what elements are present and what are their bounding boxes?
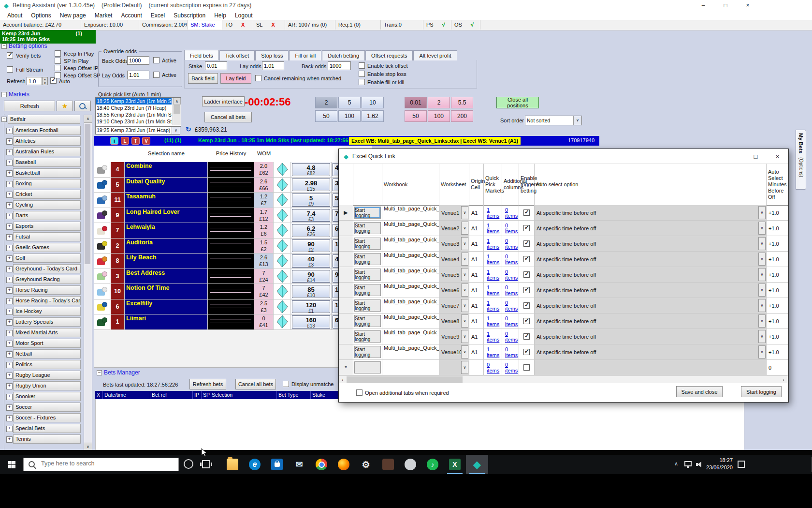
- start-logging-row-button[interactable]: Start logging: [354, 253, 381, 265]
- expand-icon[interactable]: [6, 341, 13, 347]
- sidebar-market-label[interactable]: Golf: [13, 254, 81, 263]
- bet-mode-tab[interactable]: Alt level profit: [413, 50, 457, 60]
- chevron-down-icon[interactable]: ∨: [461, 330, 468, 343]
- workbook-cell[interactable]: Multi_tab_page_Quick_Links.xlsx: [382, 283, 439, 298]
- selection-name[interactable]: Lily Beach: [125, 254, 208, 269]
- minutes-before-cell[interactable]: +1.0: [767, 221, 788, 236]
- chevron-down-icon[interactable]: ∨: [758, 268, 766, 281]
- selection-name[interactable]: Best Address: [125, 269, 208, 284]
- field-back-odds-input[interactable]: [328, 61, 351, 70]
- start-logging-row-button[interactable]: Start logging: [354, 269, 381, 281]
- sidebar-market-item[interactable]: Basketball: [0, 168, 83, 179]
- sidebar-market-item[interactable]: American Football: [0, 126, 83, 136]
- verify-bets-checkbox[interactable]: [7, 52, 13, 59]
- origin-cell[interactable]: A1: [469, 314, 484, 329]
- sidebar-market-label[interactable]: Soccer: [13, 403, 81, 412]
- lay-stake-button[interactable]: 50: [405, 110, 427, 122]
- sidebar-market-item[interactable]: Golf: [0, 254, 83, 264]
- expand-icon[interactable]: [6, 277, 13, 283]
- expand-icon[interactable]: [6, 309, 13, 315]
- chevron-down-icon[interactable]: ∨: [461, 299, 468, 312]
- quick-pick-markets-link[interactable]: 1 items: [484, 331, 502, 343]
- excel-icon[interactable]: X: [444, 455, 466, 474]
- menu-item[interactable]: Subscription: [169, 12, 210, 19]
- start-logging-row-button[interactable]: Start logging: [354, 284, 381, 296]
- expand-icon[interactable]: [6, 287, 13, 294]
- expand-icon[interactable]: [6, 170, 13, 177]
- quick-pick-scrollbar[interactable]: ∧: [173, 98, 181, 125]
- chevron-down-icon[interactable]: ∨: [758, 284, 766, 297]
- triggered-betting-checkbox[interactable]: [523, 225, 530, 231]
- triggered-betting-checkbox[interactable]: [523, 364, 530, 371]
- sidebar-market-item[interactable]: Special Bets: [0, 424, 83, 434]
- bets-column-header[interactable]: IP: [193, 391, 202, 399]
- back-price-cell[interactable]: 5£9: [291, 193, 332, 208]
- sidebar-market-label[interactable]: American Football: [13, 126, 81, 135]
- back-stake-button[interactable]: 50: [315, 110, 337, 122]
- sidebar-market-label[interactable]: Athletics: [13, 136, 81, 146]
- enable-fill-or-kill-checkbox[interactable]: [359, 79, 365, 85]
- start-logging-row-button[interactable]: Start logging: [354, 207, 381, 219]
- chevron-down-icon[interactable]: ∨: [461, 361, 468, 374]
- search-input[interactable]: [40, 460, 173, 467]
- sidebar-market-label[interactable]: Politics: [13, 360, 81, 369]
- expand-icon[interactable]: [6, 128, 13, 134]
- sidebar-market-label[interactable]: Horse Racing: [13, 285, 81, 295]
- minimize-icon[interactable]: –: [692, 0, 714, 11]
- scroll-right-icon[interactable]: ›: [780, 376, 787, 384]
- chrome-icon[interactable]: [310, 455, 333, 474]
- additional-columns-link[interactable]: 0 items: [502, 269, 519, 281]
- sidebar-market-label[interactable]: Special Bets: [13, 424, 81, 433]
- selection-name[interactable]: Excelfilly: [125, 299, 208, 315]
- worksheet-dropdown[interactable]: Venue2∨: [439, 221, 469, 236]
- worksheet-dropdown[interactable]: Venue10∨: [439, 344, 469, 360]
- override-back-odds-input[interactable]: [127, 56, 149, 65]
- field-lay-odds-input[interactable]: [262, 61, 284, 70]
- network-icon[interactable]: [684, 461, 692, 466]
- auto-select-option-dropdown[interactable]: At specific time before off∨: [535, 329, 767, 344]
- collapse-markets-icon[interactable]: [1, 92, 7, 97]
- sidebar-market-label[interactable]: Esports: [13, 222, 81, 231]
- worksheet-dropdown[interactable]: Venue3∨: [439, 236, 469, 252]
- minutes-before-cell[interactable]: +1.0: [767, 252, 788, 267]
- quick-pick-markets-link[interactable]: 1 items: [484, 346, 502, 358]
- additional-columns-link[interactable]: 0 items: [502, 362, 519, 374]
- betting-assistant-icon[interactable]: ◆: [466, 455, 488, 474]
- expand-icon[interactable]: [6, 181, 13, 187]
- lay-stake-button[interactable]: 200: [451, 110, 473, 122]
- triggered-betting-checkbox[interactable]: [523, 349, 530, 355]
- bets-column-header[interactable]: Selection: [210, 391, 277, 399]
- expand-icon[interactable]: [6, 224, 13, 230]
- triggered-betting-checkbox[interactable]: [523, 302, 530, 309]
- worksheet-dropdown[interactable]: Venue5∨: [439, 267, 469, 283]
- expand-icon[interactable]: [6, 394, 13, 400]
- worksheet-dropdown[interactable]: Venue1∨: [439, 205, 469, 221]
- sidebar-market-item[interactable]: Horse Racing - Today's Card: [0, 296, 83, 307]
- auto-select-option-dropdown[interactable]: At specific time before off∨: [535, 283, 767, 298]
- collapse-bets-manager-icon[interactable]: [97, 370, 102, 375]
- menu-item[interactable]: Options: [27, 12, 55, 19]
- app-dark-icon[interactable]: [377, 455, 399, 474]
- dialog-maximize-icon[interactable]: □: [745, 149, 767, 164]
- close-all-positions-button[interactable]: Close all positions: [496, 97, 539, 108]
- menu-item[interactable]: Help: [210, 12, 231, 19]
- selection-name[interactable]: Notion Of Time: [125, 284, 208, 299]
- bets-column-header[interactable]: Bet Type: [277, 391, 311, 399]
- expand-icon[interactable]: [6, 351, 13, 358]
- quick-pick-markets-link[interactable]: 1 items: [484, 300, 502, 312]
- sidebar-market-item[interactable]: Ice Hockey: [0, 307, 83, 317]
- lay-stake-button[interactable]: 0.01: [405, 97, 427, 108]
- empty-row-button[interactable]: [354, 361, 381, 374]
- scroll-left-icon[interactable]: ‹: [339, 376, 347, 384]
- app-grey-icon[interactable]: [399, 455, 421, 474]
- sidebar-market-label[interactable]: Greyhound - Today's Card: [13, 264, 81, 273]
- back-price-cell[interactable]: 6.2£26: [291, 223, 332, 239]
- quick-pick-markets-link[interactable]: 0 items: [484, 362, 502, 374]
- expand-icon[interactable]: [6, 319, 13, 326]
- collapse-betting-options-icon[interactable]: [1, 44, 7, 49]
- sidebar-market-label[interactable]: Netball: [13, 349, 81, 359]
- sidebar-market-label[interactable]: Cricket: [13, 190, 81, 199]
- expand-icon[interactable]: [6, 330, 13, 336]
- expand-icon[interactable]: [6, 160, 13, 166]
- worksheet-dropdown[interactable]: Venue6∨: [439, 283, 469, 298]
